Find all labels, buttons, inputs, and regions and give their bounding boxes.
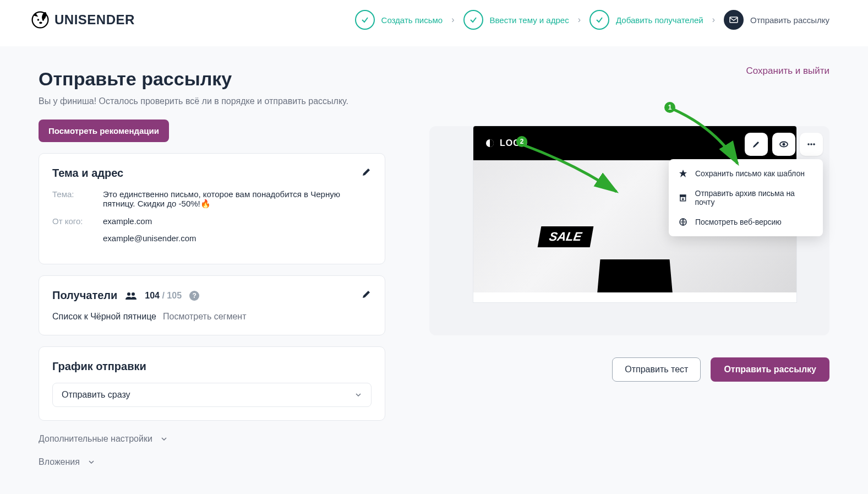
help-icon[interactable]: ? xyxy=(189,291,199,301)
mail-icon xyxy=(724,10,744,30)
theme-label: Тема: xyxy=(52,189,103,209)
svg-point-4 xyxy=(39,22,42,24)
step-label: Отправить рассылку xyxy=(750,15,829,25)
card-title: График отправки xyxy=(52,360,372,373)
edit-button[interactable] xyxy=(745,133,768,156)
preview-button[interactable] xyxy=(772,133,795,156)
eye-icon xyxy=(779,139,789,149)
from-email: example@unisender.com xyxy=(103,234,372,243)
svg-rect-5 xyxy=(730,17,738,23)
schedule-select[interactable]: Отправить сразу xyxy=(52,383,372,407)
dog-icon xyxy=(30,10,50,30)
archive-icon xyxy=(679,193,687,202)
from-label: От кого: xyxy=(52,216,103,243)
chevron-right-icon: › xyxy=(451,15,454,25)
chevron-right-icon: › xyxy=(712,15,715,25)
globe-icon xyxy=(679,218,687,226)
step-label: Создать письмо xyxy=(381,15,443,25)
check-icon xyxy=(355,10,375,30)
chevron-down-icon xyxy=(354,391,362,399)
recipients-card: Получатели 104 / 105 ? Список к Чёрной п… xyxy=(39,275,385,335)
from-name: example.com xyxy=(103,216,372,226)
step-label: Добавить получателей xyxy=(616,15,703,25)
sale-tag: SALE xyxy=(538,226,593,247)
step-create[interactable]: Создать письмо xyxy=(355,10,443,30)
annotation-badge: 1 xyxy=(664,102,675,113)
svg-point-2 xyxy=(37,19,40,21)
star-icon xyxy=(679,169,687,178)
more-button[interactable] xyxy=(800,133,823,156)
logo-mark-icon xyxy=(485,139,494,148)
svg-point-10 xyxy=(807,143,810,145)
people-icon xyxy=(125,291,137,300)
svg-point-11 xyxy=(810,143,812,145)
annotation-badge: 2 xyxy=(516,136,527,147)
attachments-toggle[interactable]: Вложения xyxy=(39,457,385,467)
list-name: Список к Чёрной пятнице xyxy=(52,312,156,322)
chevron-right-icon: › xyxy=(578,15,581,25)
brand-text: UNISENDER xyxy=(54,12,135,28)
email-preview-panel: Сохранить письмо как шаблон Отправить ар… xyxy=(429,126,829,335)
save-as-template-item[interactable]: Сохранить письмо как шаблон xyxy=(669,164,823,183)
subject-address-card: Тема и адрес Тема: Это единственно письм… xyxy=(39,153,385,264)
chevron-down-icon xyxy=(160,435,168,443)
recommendations-button[interactable]: Посмотреть рекомендации xyxy=(39,120,169,142)
svg-point-6 xyxy=(127,292,130,296)
recipients-count: 104 xyxy=(145,291,160,300)
step-subject[interactable]: Ввести тему и адрес xyxy=(463,10,569,30)
dots-icon xyxy=(806,139,816,149)
check-icon xyxy=(463,10,483,30)
save-exit-link[interactable]: Сохранить и выйти xyxy=(746,66,829,77)
wizard-steps: Создать письмо › Ввести тему и адрес › Д… xyxy=(355,10,829,30)
more-dropdown: Сохранить письмо как шаблон Отправить ар… xyxy=(669,159,823,236)
svg-point-3 xyxy=(42,19,45,21)
chevron-down-icon xyxy=(88,458,95,466)
card-title: Получатели xyxy=(52,289,117,302)
svg-point-12 xyxy=(813,143,815,145)
step-label: Ввести тему и адрес xyxy=(490,15,569,25)
bag-graphic xyxy=(597,248,674,292)
pencil-icon xyxy=(752,140,761,149)
web-version-item[interactable]: Посмотреть веб-версию xyxy=(669,212,823,232)
check-icon xyxy=(589,10,609,30)
send-campaign-button[interactable]: Отправить рассылку xyxy=(711,357,829,382)
schedule-card: График отправки Отправить сразу xyxy=(39,346,385,421)
svg-point-7 xyxy=(132,292,135,296)
card-title: Тема и адрес xyxy=(52,167,372,180)
pencil-icon[interactable] xyxy=(362,167,372,179)
theme-value: Это единственно письмо, которое вам пона… xyxy=(103,189,372,209)
select-value: Отправить сразу xyxy=(62,390,130,400)
advanced-settings-toggle[interactable]: Дополнительные настройки xyxy=(39,434,385,444)
svg-point-9 xyxy=(783,143,785,146)
step-recipients[interactable]: Добавить получателей xyxy=(589,10,703,30)
brand-logo[interactable]: UNISENDER xyxy=(30,10,135,30)
page-subtitle: Вы у финиша! Осталось проверить всё ли в… xyxy=(39,96,385,106)
send-test-button[interactable]: Отправить тест xyxy=(612,357,701,382)
page-title: Отправьте рассылку xyxy=(39,68,385,90)
recipients-total: 105 xyxy=(167,291,182,300)
pencil-icon[interactable] xyxy=(362,289,372,301)
segment-link[interactable]: Посмотреть сегмент xyxy=(163,312,246,322)
send-archive-item[interactable]: Отправить архив письма на почту xyxy=(669,183,823,212)
step-send[interactable]: Отправить рассылку xyxy=(724,10,829,30)
